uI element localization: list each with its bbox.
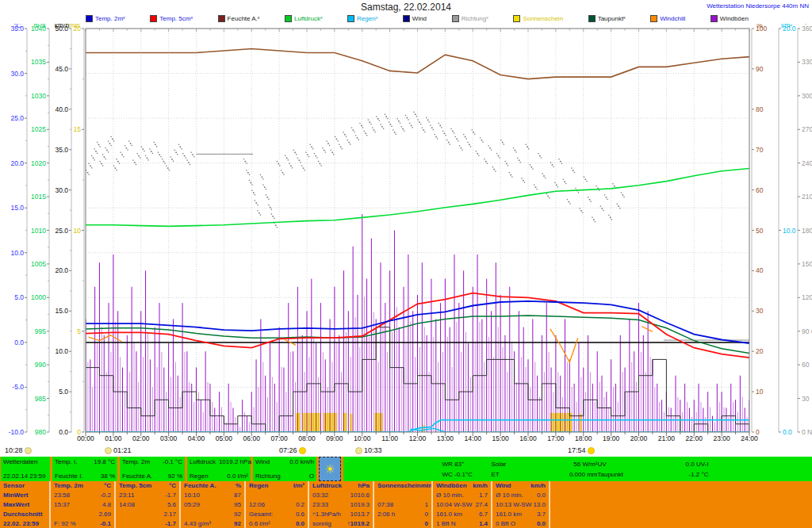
svg-text:09:00: 09:00	[326, 434, 343, 442]
svg-text:30.0: 30.0	[55, 186, 68, 194]
row-label: Sensor	[0, 481, 49, 491]
legend-swatch-icon	[452, 15, 459, 22]
legend-swatch-icon	[86, 15, 93, 22]
table-col-windb-en: Windböenkm/hØ 10 min.1.710:04 W-SW27.416…	[431, 481, 491, 528]
svg-text:20:00: 20:00	[630, 434, 648, 442]
legend-item-3: Luftdruckˣ	[285, 15, 323, 22]
stat-cell: 03:321010.6	[309, 491, 373, 500]
stat-cell: 0	[374, 518, 431, 528]
svg-text:5.0: 5.0	[59, 388, 68, 396]
stat-cell: 2:06 h0	[374, 509, 431, 518]
stat-cell	[374, 491, 431, 500]
stat-cell: 23:11-1.7	[116, 491, 179, 500]
current-values-row: Wetterdaten22.02.14 23:59Temp. I.19.8 °C…	[0, 457, 812, 481]
stat-cell: F: 92 %-0.1	[51, 518, 114, 528]
svg-text:08:00: 08:00	[298, 434, 316, 442]
stat-cell: 12:060.2	[246, 500, 308, 510]
svg-text:5: 5	[77, 327, 81, 335]
svg-text:40: 40	[756, 266, 764, 274]
svg-text:°: °	[804, 24, 806, 29]
current-extra-value: ET	[492, 471, 525, 478]
svg-text:0.0: 0.0	[783, 428, 792, 436]
weather-symbol-sun-icon: ☀	[319, 457, 341, 481]
sun-moon-times-row: 10:2801:2107:2610:3317:54	[0, 446, 812, 456]
svg-text:06:00: 06:00	[243, 434, 261, 442]
svg-text:10.0: 10.0	[783, 227, 796, 235]
svg-text:14:00: 14:00	[465, 434, 482, 442]
current-extra-value: UV	[598, 461, 652, 468]
svg-text:180 S: 180 S	[802, 227, 812, 235]
row-label: 22.02. 23:59	[0, 518, 49, 528]
legend-item-0: Temp. 2mˣ	[86, 15, 125, 22]
moon-icon	[105, 447, 112, 454]
svg-text:20.0: 20.0	[55, 266, 68, 274]
svg-text:30: 30	[802, 395, 810, 403]
station-name: Wetterstation Niedersorpe 440m NN	[707, 2, 809, 10]
legend-label: Richtungˣ	[462, 15, 488, 22]
svg-text:16:00: 16:00	[519, 434, 537, 442]
stat-cell: 2.17	[116, 509, 179, 518]
current-extra-value: Solar	[492, 461, 525, 468]
legend-label: Temp. 5cmˣ	[159, 15, 193, 22]
svg-text:985: 985	[35, 395, 46, 403]
stat-cell: -1.7	[116, 518, 179, 528]
svg-text:1020: 1020	[31, 159, 46, 167]
svg-text:15.0: 15.0	[55, 307, 68, 315]
stat-cell: 2.69	[51, 509, 114, 518]
svg-text:25.0: 25.0	[10, 114, 24, 122]
svg-text:04:00: 04:00	[188, 434, 205, 442]
stat-cell: 05:2995	[181, 500, 244, 510]
svg-text:1005: 1005	[31, 260, 46, 268]
svg-text:15: 15	[74, 125, 82, 133]
table-filler	[549, 481, 812, 528]
sun-icon	[588, 447, 595, 454]
svg-text:-10.0: -10.0	[9, 428, 25, 436]
moon-icon	[25, 447, 32, 454]
svg-text:1010: 1010	[31, 227, 46, 235]
table-col-regen: Regenl/m²12:060.2Gesamt:0.60.6 l/m²0.0	[244, 481, 308, 528]
weather-chart[interactable]: 00:0001:0002:0003:0004:0005:0006:0007:00…	[0, 24, 812, 449]
svg-text:min: min	[69, 24, 80, 29]
svg-text:02:00: 02:00	[132, 434, 150, 442]
legend-label: Regenˣ	[357, 15, 377, 22]
current-pressure-rain-cell: Luftdruck1019.2 hPaRegen0.0 l/m²	[187, 457, 251, 481]
legend-label: Feuchte A.ˣ	[228, 15, 260, 22]
svg-text:10.0: 10.0	[10, 249, 24, 257]
svg-text:50: 50	[756, 227, 764, 235]
legend-swatch-icon	[588, 15, 596, 22]
svg-text:l/m²: l/m²	[781, 24, 792, 29]
svg-text:25.0: 25.0	[55, 227, 68, 235]
table-col-wind: Windkm/hØ 10 min.0.010:13 W-SW13.0161.0 …	[491, 481, 549, 528]
svg-text:10.0: 10.0	[55, 347, 68, 355]
current-outdoor-cell: Temp. 2m-0.1 °CFeuchte A.92 %	[120, 457, 185, 481]
svg-text:30: 30	[756, 307, 764, 315]
weather-app-window: Samstag, 22.02.2014 Wetterstation Nieder…	[0, 0, 812, 528]
chart-legend: Temp. 2mˣTemp. 5cmˣFeuchte A.ˣLuftdruckˣ…	[86, 15, 749, 22]
stat-cell: 92	[181, 509, 244, 518]
current-extra-cell: WR 83°Solar56 W/m²UV0.0 UV-IWC -0.1°CET0…	[343, 457, 812, 481]
stat-cell: 161.0 km3.7	[492, 509, 549, 518]
legend-item-8: Taupunktˣ	[588, 15, 626, 22]
legend-swatch-icon	[650, 15, 657, 22]
svg-text:11:00: 11:00	[381, 434, 398, 442]
stat-cell: 4.43 g/m³92	[181, 518, 244, 528]
current-extra-value: WR 83°	[442, 461, 492, 468]
table-col-temp-2m: Temp. 2m°C23:58-0.215:374.82.69F: 92 %-0…	[49, 481, 114, 528]
current-extra-value: -1.2 °C	[652, 471, 709, 478]
legend-item-10: Windböen	[710, 15, 749, 22]
stat-cell: 07:381	[374, 500, 431, 510]
svg-text:5.0: 5.0	[14, 293, 24, 301]
stat-cell: Ø 10 min.1.7	[433, 491, 491, 500]
stat-cell: 0.6 l/m²0.0	[246, 518, 308, 528]
legend-swatch-icon	[403, 15, 410, 22]
moon-icon	[355, 447, 362, 454]
legend-label: Taupunktˣ	[598, 15, 626, 22]
svg-text:0.0: 0.0	[14, 339, 24, 346]
legend-label: Windböen	[720, 15, 749, 22]
current-datetime-cell: Wetterdaten22.02.14 23:59	[1, 457, 50, 481]
statistics-table: SensorMinWertMaxWertDurchschnitt22.02. 2…	[0, 481, 812, 528]
svg-text:15.0: 15.0	[10, 204, 24, 212]
legend-swatch-icon	[710, 15, 718, 22]
svg-text:270 W: 270 W	[802, 125, 812, 133]
svg-text:17:00: 17:00	[547, 434, 565, 442]
